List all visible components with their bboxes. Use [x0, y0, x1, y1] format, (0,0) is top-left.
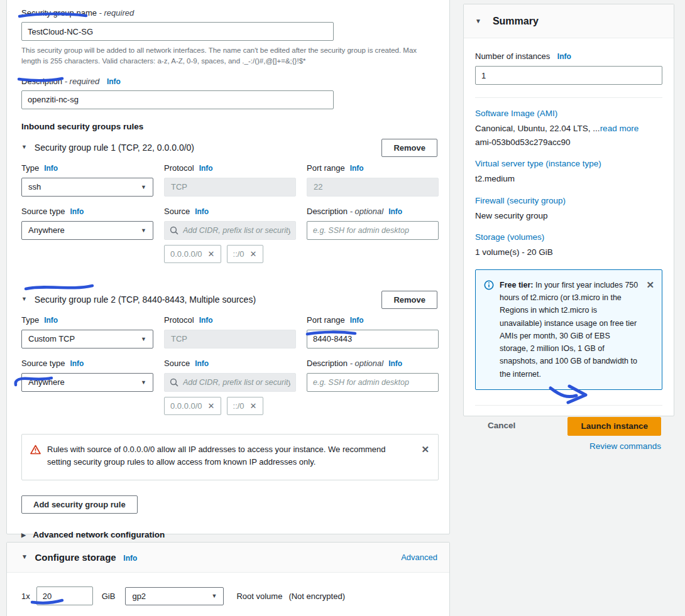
rule2-port-label: Port rangeInfo [307, 315, 439, 326]
encryption-status: (Not encrypted) [288, 592, 345, 601]
rule1-title[interactable]: ▼ Security group rule 1 (TCP, 22, 0.0.0.… [21, 139, 194, 153]
rule1-port-field: 22 [307, 178, 439, 197]
rule2-grid: TypeInfo Custom TCP ▼ ProtocolInfo TCP P… [21, 315, 437, 415]
info-link[interactable]: Info [350, 164, 364, 173]
advanced-network-configuration-toggle[interactable]: ▶ Advanced network configuration [21, 530, 437, 539]
remove-tag-icon[interactable]: ✕ [250, 401, 257, 411]
rule2-type-label: TypeInfo [21, 315, 153, 326]
review-commands-link[interactable]: Review commands [589, 441, 661, 451]
rule1-grid: TypeInfo ssh ▼ ProtocolInfo TCP Port ran… [21, 163, 437, 263]
info-link[interactable]: Info [199, 316, 213, 325]
collapse-caret-icon: ▼ [475, 18, 481, 24]
launch-instance-page: Security group name - required This secu… [0, 0, 685, 616]
volume-unit-label: GiB [102, 592, 116, 601]
rule1-remove-button[interactable]: Remove [381, 139, 437, 157]
free-tier-notice: Free tier: In your first year includes 7… [475, 269, 662, 390]
rule2-source-input[interactable]: Add CIDR, prefix list or security [164, 373, 296, 392]
configure-storage-card: ▼ Configure storage Info Advanced 1x GiB… [6, 542, 450, 616]
rule2-header: ▼ Security group rule 2 (TCP, 8440-8443,… [21, 291, 437, 309]
required-suffix: - required [99, 8, 134, 18]
inbound-rules-title: Inbound security groups rules [21, 122, 437, 131]
collapse-caret-icon: ▼ [21, 296, 27, 302]
root-volume-label: Root volume [236, 592, 282, 601]
info-link[interactable]: Info [557, 52, 571, 61]
info-link[interactable]: Info [44, 316, 58, 325]
rule2-type-select[interactable]: Custom TCP ▼ [21, 330, 153, 349]
rule1-source-type-label: Source typeInfo [21, 207, 153, 217]
info-link[interactable]: Info [388, 359, 402, 368]
cidr-tag: 0.0.0.0/0 ✕ [164, 245, 221, 263]
rule2-source-placeholder: Add CIDR, prefix list or security [183, 378, 290, 387]
description-label: Description - required Info [21, 77, 437, 86]
chevron-down-icon: ▼ [141, 227, 146, 234]
security-group-name-help: This security group will be added to all… [21, 45, 436, 67]
open-cidr-warning: Rules with source of 0.0.0.0/0 allow all… [21, 434, 439, 480]
rule2-title[interactable]: ▼ Security group rule 2 (TCP, 8440-8443,… [21, 291, 256, 305]
storage-volumes-value: 1 volume(s) - 20 GiB [475, 246, 662, 259]
remove-tag-icon[interactable]: ✕ [250, 249, 257, 259]
collapse-caret-icon[interactable]: ▼ [21, 553, 28, 560]
info-link[interactable]: Info [195, 359, 209, 368]
security-group-name-label-text: Security group name [21, 8, 97, 18]
description-info-link[interactable]: Info [107, 77, 121, 86]
security-group-name-label: Security group name - required [21, 8, 437, 18]
rule1-source-placeholder: Add CIDR, prefix list or security [183, 226, 290, 235]
chevron-down-icon: ▼ [211, 593, 217, 599]
close-icon[interactable]: ✕ [421, 443, 429, 454]
remove-tag-icon[interactable]: ✕ [208, 401, 215, 411]
instance-type-value: t2.medium [475, 173, 662, 185]
number-of-instances-input[interactable] [475, 66, 662, 85]
storage-advanced-link[interactable]: Advanced [401, 553, 437, 562]
chevron-down-icon: ▼ [141, 336, 146, 342]
storage-info-link[interactable]: Info [123, 554, 137, 563]
read-more-link[interactable]: read more [600, 124, 639, 133]
warning-text: Rules with source of 0.0.0.0/0 allow all… [47, 443, 415, 468]
free-tier-text: Free tier: In your first year includes 7… [500, 279, 640, 381]
info-link[interactable]: Info [195, 207, 209, 216]
cancel-button[interactable]: Cancel [488, 417, 515, 451]
rule1-type-select[interactable]: ssh ▼ [21, 178, 153, 197]
close-icon[interactable]: ✕ [646, 279, 654, 289]
rule2-desc-input[interactable] [307, 373, 439, 392]
info-link[interactable]: Info [44, 164, 58, 173]
info-circle-icon [484, 280, 494, 290]
rule2-remove-button[interactable]: Remove [381, 291, 437, 309]
rule1-port-label: Port rangeInfo [307, 163, 439, 174]
collapse-caret-icon: ▼ [21, 144, 27, 150]
instance-type-link[interactable]: Virtual server type (instance type) [475, 159, 662, 168]
required-suffix: - required [65, 77, 100, 86]
firewall-link[interactable]: Firewall (security group) [475, 196, 662, 205]
description-input[interactable] [21, 90, 334, 109]
expand-caret-icon: ▶ [21, 532, 26, 538]
rule1-source-tags: 0.0.0.0/0 ✕ ::/0 ✕ [164, 245, 296, 263]
rule1-protocol-field: TCP [164, 178, 296, 197]
remove-tag-icon[interactable]: ✕ [208, 249, 215, 259]
rule1-desc-input[interactable] [307, 221, 439, 240]
launch-instance-button[interactable]: Launch instance [567, 417, 661, 436]
rule1-source-label: SourceInfo [164, 207, 296, 217]
volume-size-input[interactable] [36, 586, 93, 605]
number-of-instances-label: Number of instances Info [475, 51, 662, 61]
info-link[interactable]: Info [199, 164, 213, 173]
rule1-source-type-select[interactable]: Anywhere ▼ [21, 221, 153, 240]
security-group-name-input[interactable] [21, 22, 334, 41]
storage-volume-row: 1x GiB gp2 ▼ Root volume (Not encrypted) [7, 573, 449, 605]
cidr-tag: 0.0.0.0/0 ✕ [164, 397, 221, 415]
rule2-source-type-select[interactable]: Anywhere ▼ [21, 373, 153, 392]
info-link[interactable]: Info [70, 359, 84, 368]
rule2-protocol-label: ProtocolInfo [164, 315, 296, 326]
rule2-source-label: SourceInfo [164, 359, 296, 369]
rule1-source-input[interactable]: Add CIDR, prefix list or security [164, 221, 296, 240]
summary-header[interactable]: ▼ Summary [464, 4, 674, 38]
volume-type-select[interactable]: gp2 ▼ [125, 587, 224, 605]
description-label-text: Description [21, 77, 62, 86]
storage-volumes-link[interactable]: Storage (volumes) [475, 232, 662, 242]
add-security-group-rule-button[interactable]: Add security group rule [21, 495, 138, 514]
info-link[interactable]: Info [388, 207, 402, 216]
rule2-port-input[interactable] [307, 330, 439, 349]
software-image-link[interactable]: Software Image (AMI) [475, 109, 662, 118]
info-link[interactable]: Info [350, 316, 364, 325]
rule2-source-tags: 0.0.0.0/0 ✕ ::/0 ✕ [164, 397, 296, 415]
info-link[interactable]: Info [70, 207, 84, 216]
volume-count-label: 1x [21, 592, 30, 601]
